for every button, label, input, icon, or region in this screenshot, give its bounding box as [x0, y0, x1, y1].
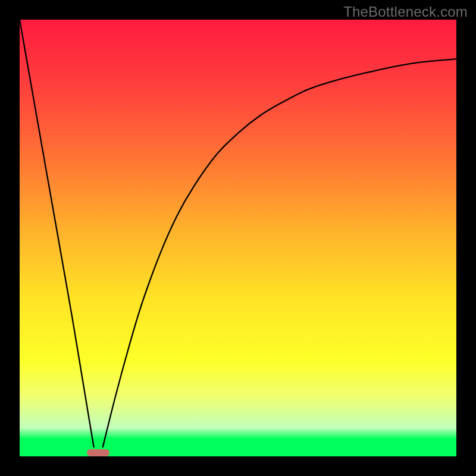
curve-left-branch: [20, 20, 94, 447]
chart-frame: TheBottleneck.com: [0, 0, 476, 476]
bottleneck-curve: [20, 20, 456, 456]
plot-area: [20, 20, 456, 456]
curve-right-branch: [103, 59, 457, 447]
watermark-text: TheBottleneck.com: [343, 4, 468, 20]
optimum-marker: [87, 449, 109, 456]
